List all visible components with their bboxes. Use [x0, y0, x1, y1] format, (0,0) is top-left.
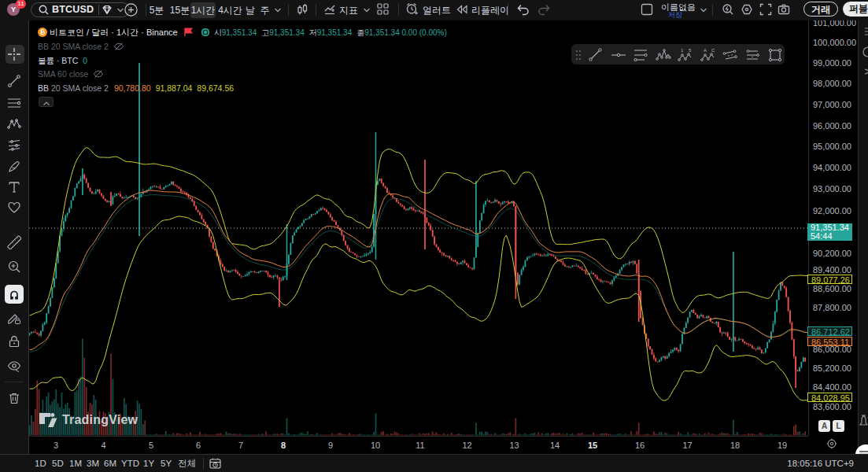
svg-text:1: 1: [681, 48, 684, 53]
svg-text:5: 5: [689, 48, 692, 53]
svg-text:C: C: [711, 48, 715, 53]
svg-text:A: A: [704, 48, 707, 53]
